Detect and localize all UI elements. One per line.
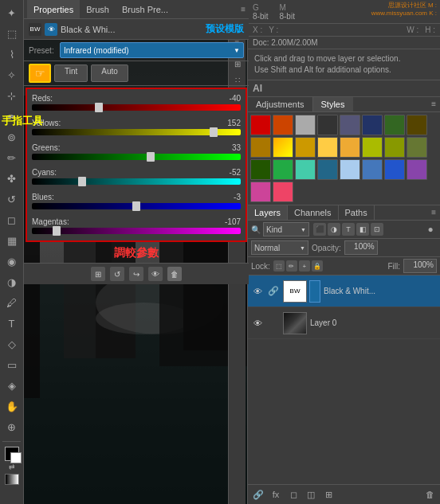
layer-link-0[interactable] [267, 317, 280, 330]
panel-btn-2[interactable]: ↺ [110, 267, 124, 281]
magentas-track[interactable] [32, 228, 241, 234]
style-item-15[interactable] [407, 137, 427, 158]
tool-brush[interactable]: ✏ [2, 148, 22, 167]
greens-track[interactable] [32, 154, 241, 160]
style-item-12[interactable] [340, 137, 360, 158]
tab-properties[interactable]: Properties [27, 0, 80, 18]
tool-blur[interactable]: ◉ [2, 252, 22, 271]
style-item-13[interactable] [362, 137, 383, 158]
style-item-4[interactable] [340, 115, 360, 135]
lock-position[interactable]: + [299, 260, 310, 272]
opacity-value[interactable]: 100% [344, 240, 378, 255]
style-item-0[interactable] [250, 115, 271, 135]
greens-thumb[interactable] [147, 152, 155, 162]
filter-toggle[interactable]: ● [424, 223, 437, 236]
style-item-16[interactable] [250, 159, 271, 180]
tab-paths[interactable]: Paths [339, 205, 375, 220]
tool-gradient[interactable]: ▦ [2, 231, 22, 250]
tool-history[interactable]: ↺ [2, 189, 22, 209]
tool-text[interactable]: T [2, 314, 22, 333]
tab-brush-preset[interactable]: Brush Pre... [116, 0, 175, 18]
panel-btn-3[interactable]: ↪ [129, 267, 143, 281]
layer-item-0[interactable]: 👁 Layer 0 [248, 307, 440, 339]
panel-btn-4[interactable]: 👁 [148, 267, 163, 281]
hand-tool-button[interactable]: ☞ [29, 64, 51, 83]
tab-brush[interactable]: Brush [80, 0, 116, 18]
tool-eyedrop[interactable]: ✒ [2, 107, 22, 126]
style-item-6[interactable] [384, 115, 405, 135]
layers-mask-btn[interactable]: ◻ [286, 487, 301, 502]
tool-shape[interactable]: ▭ [2, 355, 22, 374]
style-item-2[interactable] [295, 115, 316, 135]
panel-menu[interactable]: ≡ [241, 5, 246, 14]
tool-eraser[interactable]: ◻ [2, 210, 22, 229]
quick-mask[interactable] [5, 474, 19, 485]
style-item-14[interactable] [384, 137, 405, 158]
tool-select[interactable]: ⬚ [2, 24, 22, 43]
tool-pen[interactable]: 🖊 [2, 293, 22, 312]
tool-move[interactable]: ✦ [2, 3, 22, 22]
filter-pixel[interactable]: ⬛ [313, 223, 326, 236]
style-item-22[interactable] [384, 159, 405, 180]
layer-item-bw[interactable]: 👁 🔗 BW Black & Whit... [248, 275, 440, 307]
tool-zoom[interactable]: ⊕ [2, 417, 22, 436]
tool-magic[interactable]: ✧ [2, 65, 22, 84]
layers-delete-btn[interactable]: 🗑 [422, 487, 437, 502]
blend-mode-dropdown[interactable]: Normal ▼ [251, 240, 308, 255]
tab-styles[interactable]: Styles [313, 97, 353, 111]
cyans-track[interactable] [32, 178, 241, 185]
layer-visibility-bw[interactable]: 👁 [251, 285, 264, 298]
panel-btn-5[interactable]: 🗑 [167, 267, 182, 281]
layers-menu[interactable]: ≡ [427, 205, 440, 220]
style-item-17[interactable] [273, 159, 293, 180]
style-item-20[interactable] [340, 159, 360, 180]
layers-fx-btn[interactable]: fx [269, 487, 283, 502]
tab-adjustments[interactable]: Adjustments [248, 97, 313, 111]
style-item-5[interactable] [362, 115, 383, 135]
tool-path[interactable]: ◇ [2, 334, 22, 354]
eye-icon[interactable]: 👁 [45, 23, 57, 36]
style-item-19[interactable] [317, 159, 338, 180]
tint-button[interactable]: Tint [54, 64, 88, 82]
style-item-18[interactable] [295, 159, 316, 180]
layers-new-btn[interactable]: ⊞ [321, 487, 336, 502]
foreground-color[interactable] [5, 447, 19, 461]
style-item-25[interactable] [273, 182, 293, 202]
lock-all[interactable]: 🔒 [312, 260, 323, 272]
tab-channels[interactable]: Channels [288, 205, 338, 220]
tool-lasso[interactable]: ⌇ [2, 45, 22, 64]
blues-thumb[interactable] [132, 201, 140, 211]
tool-stamp[interactable]: ✤ [2, 169, 22, 188]
style-item-23[interactable] [407, 159, 427, 180]
style-item-8[interactable] [250, 137, 271, 158]
style-item-11[interactable] [317, 137, 338, 158]
filter-shape[interactable]: ◧ [356, 223, 369, 236]
layer-visibility-0[interactable]: 👁 [251, 317, 264, 330]
layer-link-bw[interactable]: 🔗 [267, 285, 280, 298]
magentas-thumb[interactable] [53, 226, 61, 236]
lock-transparent[interactable]: ⬚ [273, 260, 285, 272]
swap-colors[interactable]: ⇄ [9, 463, 15, 471]
style-item-3[interactable] [317, 115, 338, 135]
style-item-10[interactable] [295, 137, 316, 158]
auto-button[interactable]: Auto [91, 64, 128, 82]
kind-dropdown[interactable]: Kind ▼ [263, 222, 309, 236]
layers-link-btn[interactable]: 🔗 [251, 487, 265, 502]
filter-text[interactable]: T [342, 223, 355, 236]
tab-layers[interactable]: Layers [248, 205, 288, 220]
filter-smartobj[interactable]: ⊡ [371, 223, 383, 236]
filter-adjust[interactable]: ◑ [328, 223, 340, 236]
fill-value[interactable]: 100% [403, 259, 437, 273]
tool-3d[interactable]: ◈ [2, 376, 22, 395]
yellows-track[interactable] [32, 129, 241, 135]
style-item-9[interactable] [273, 137, 293, 158]
style-item-7[interactable] [407, 115, 427, 135]
style-item-24[interactable] [250, 182, 271, 202]
yellows-thumb[interactable] [210, 127, 218, 137]
tool-crop[interactable]: ⊹ [2, 86, 22, 105]
cyans-thumb[interactable] [78, 177, 86, 186]
style-item-21[interactable] [362, 159, 383, 180]
preset-dropdown[interactable]: Infrared (modified) ▼ [60, 42, 244, 58]
styles-menu[interactable]: ≡ [427, 97, 440, 111]
reds-track[interactable] [32, 104, 241, 111]
